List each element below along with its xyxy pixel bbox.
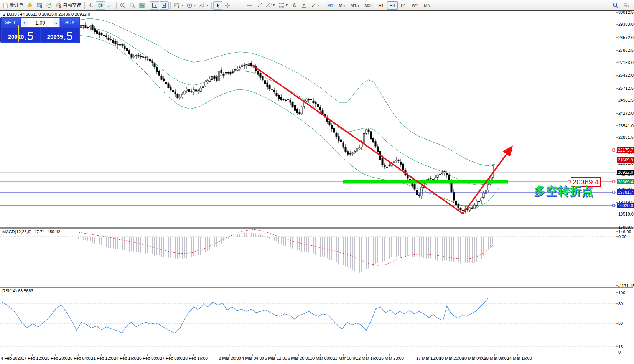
time-axis-label: 24 Feb 16:00 [114,356,139,361]
sell-button[interactable]: SELL [2,18,20,27]
rsi-axis-tick: 100 [618,290,625,295]
price-level-label: 19020.0 [617,203,634,208]
time-axis-label: 24 Mar 16:00 [507,356,532,361]
chart-title: ▲DJ30-,H4 20511.0 20935.0 20435.0 20922.… [3,12,90,16]
time-axis-label: 2 Mar 20:00 [219,356,241,361]
price-axis-tick: 24981.5 [618,98,634,102]
time-axis-label: 10 Mar 00:00 [310,356,335,361]
time-axis-label: 23 Mar 08:00 [484,356,509,361]
time-axis-label: 4 Feb 2020 [1,356,22,361]
time-axis-label: 11 Mar 08:00 [333,356,357,361]
price-axis-tick: 27153.0 [618,60,634,65]
rsi-axis-tick: 0 [618,350,621,354]
sell-price-frac: .5 [24,31,33,41]
trade-prices-row: 20920.5 20935.5 [2,28,79,42]
time-axis-label: 18 Mar 20:00 [439,356,464,361]
price-axis-tick: 18510.0 [618,212,634,216]
price-level-label: 20922.0 [617,170,634,175]
macd-axis-tick: -1171.13 [618,283,634,288]
price-level-label: 20369.4 [617,179,634,184]
sell-price-main: 20920 [8,34,24,40]
trade-controls-row: SELL ▼ 1.00 ▲ BUY [2,18,79,27]
price-axis-tick: 23541.0 [618,124,634,128]
time-axis-label: 26 Feb 00:00 [137,356,162,361]
buy-button[interactable]: BUY [61,18,79,27]
time-axis-label: 17 Mar 12:00 [416,356,441,361]
price-axis-tick: 22831.5 [618,135,634,140]
time-axis-label: 21 Feb 12:00 [91,356,116,361]
macd-axis-tick: 0.00 [618,234,626,239]
time-axis-label: 17 Feb 12:00 [22,356,47,361]
symbol-marker-icon: ▲ [3,13,6,16]
price-axis-tick: 27862.5 [618,48,634,53]
one-click-trading-panel: SELL ▼ 1.00 ▲ BUY 20920.5 20935.5 [1,17,80,43]
price-axis-tick: 17800.5 [618,225,634,229]
buy-price-main: 20935 [47,34,63,40]
price-level-label: 19781.7 [617,189,634,195]
mt4-terminal-window: 新订单 自动交易 [0,0,634,364]
time-axis-label: 12 Mar 16:00 [356,356,381,361]
time-axis-label: 4 Mar 04:00 [242,356,264,361]
buy-price[interactable]: 20935.5 [41,28,79,42]
rsi-axis-tick: 80 [618,301,623,306]
macd-indicator-label: MACD(12,26,9) -47.74 -459.42 [2,229,60,234]
time-axis-label: 6 Mar 20:00 [288,356,310,361]
volume-increase-button[interactable]: ▲ [53,18,59,27]
volume-stepper: ▼ 1.00 ▲ [21,18,60,27]
volume-decrease-button[interactable]: ▼ [21,18,28,27]
turning-point-annotation[interactable]: 多空转折点 [534,183,593,199]
time-axis-label: 20 Mar 04:00 [462,356,487,361]
price-axis-tick: 28572.0 [618,35,634,40]
sell-price[interactable]: 20920.5 [2,28,40,42]
macd-axis-tick: 146.09 [618,229,631,234]
time-axis-label: 5 Mar 12:00 [265,356,287,361]
price-level-label: 22175.7 [617,147,634,153]
price-axis-tick: 29303.0 [618,22,634,26]
price-axis-tick: 30012.5 [618,10,634,15]
time-axis-label: 15 Mar 23:00 [379,356,404,361]
chart-surface[interactable] [0,0,634,364]
rsi-axis-tick: 15 [618,344,623,349]
time-axis-label: 28 Feb 16:00 [183,356,208,361]
time-axis-label: 27 Feb 08:00 [160,356,185,361]
rsi-axis-tick: 50 [618,321,623,326]
price-axis-tick: 25712.5 [618,86,634,91]
chart-title-text: DJ30-,H4 20511.0 20935.0 20435.0 20922.0 [7,12,90,16]
time-axis-label: 18 Feb 20:00 [45,356,70,361]
time-axis-label: 20 Feb 04:00 [68,356,93,361]
price-axis-tick: 24272.0 [618,111,634,115]
yellow-vertical-line [18,25,19,42]
price-axis-tick: 26422.0 [618,73,634,77]
buy-price-frac: .5 [63,31,72,41]
price-level-label: 21609.9 [617,157,634,163]
volume-value[interactable]: 1.00 [28,18,53,27]
rsi-indicator-label: RSI(14) 63.5683 [2,288,33,293]
